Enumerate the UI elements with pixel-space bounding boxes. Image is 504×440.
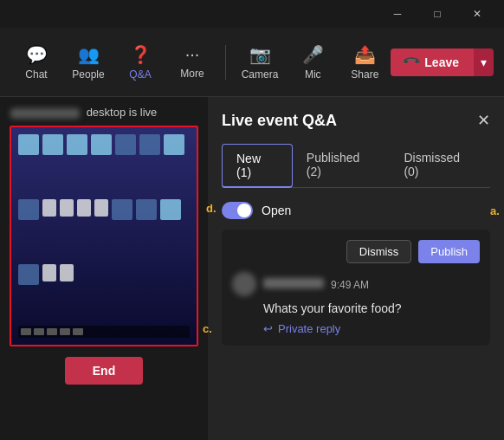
desktop-icon [42,264,56,281]
nav-chat[interactable]: 💬 Chat [10,37,62,87]
desktop-icons [18,134,190,326]
panel-header: Live event Q&A ✕ [222,111,490,130]
desktop-icon [77,199,91,217]
people-icon: 👥 [78,44,100,65]
presenter-label: desktop is live [10,106,157,119]
private-reply-button[interactable]: ↩ Private reply [232,322,480,335]
maximize-button[interactable]: □ [417,0,457,28]
title-bar: ─ □ ✕ [0,0,504,28]
left-panel: desktop is live [0,97,208,440]
desktop-icon [160,199,181,220]
desktop-icon [115,134,136,155]
tab-published[interactable]: Published (2) [293,144,391,188]
private-reply-label: Private reply [278,322,340,335]
anno-d: d. [206,202,216,215]
open-toggle[interactable] [222,202,253,219]
panel-close-button[interactable]: ✕ [477,111,490,130]
minimize-button[interactable]: ─ [378,0,417,28]
presenter-name-blurred [10,108,80,119]
question-time: 9:49 AM [331,279,369,291]
nav-bar: 💬 Chat 👥 People ❓ Q&A ··· More 📷 Camera … [0,28,504,97]
more-icon: ··· [185,44,200,64]
taskbar [18,326,190,338]
desktop-icon [18,134,39,155]
taskbar-item [60,328,70,335]
taskbar-item [47,328,57,335]
nav-more-label: More [180,68,204,80]
tab-new[interactable]: New (1) [222,144,293,188]
desktop-icon [42,199,56,217]
desktop-preview [10,126,198,346]
nav-mic-label: Mic [305,68,321,81]
close-button[interactable]: ✕ [457,0,497,28]
desktop-icon [18,264,39,285]
desktop-icon [60,199,74,217]
nav-divider [225,45,226,80]
nav-camera-label: Camera [242,68,279,81]
avatar [232,272,256,296]
meta-info: 9:49 AM [263,278,369,291]
right-panel: Live event Q&A ✕ New (1) Published (2) D… [208,97,504,440]
share-icon: 📤 [354,44,376,65]
nav-more[interactable]: ··· More [166,37,218,87]
nav-people-label: People [72,68,104,81]
dismiss-button[interactable]: Dismiss [346,240,412,263]
nav-qa[interactable]: ❓ Q&A [114,37,166,87]
main-area: desktop is live [0,97,504,440]
tab-dismissed[interactable]: Dismissed (0) [390,144,490,188]
end-button[interactable]: End [65,357,143,385]
open-label: Open [262,204,291,217]
desktop-icon [67,134,87,155]
question-text: Whats your favorite food? [232,301,480,315]
card-actions: Dismiss Publish [232,240,480,263]
nav-qa-label: Q&A [129,68,151,81]
leave-dropdown-button[interactable]: ▾ [473,49,494,76]
desktop-icon [112,199,132,220]
mic-icon: 🎤 [302,44,324,65]
camera-icon: 📷 [249,44,271,65]
nav-people[interactable]: 👥 People [62,37,114,87]
desktop-icon [91,134,112,155]
anno-c: c. [203,322,212,335]
nav-share-label: Share [351,68,378,81]
nav-chat-label: Chat [25,68,47,81]
desktop-icon [94,199,108,217]
publish-button[interactable]: Publish [418,240,480,263]
question-meta: 9:49 AM [232,272,480,296]
desktop-icon [60,264,74,281]
user-name-blurred [263,278,324,288]
chat-icon: 💬 [26,44,48,65]
taskbar-item [21,328,31,335]
panel-title: Live event Q&A [222,112,337,130]
tabs: New (1) Published (2) Dismissed (0) [222,144,490,188]
toggle-row: d. Open a. b. [222,202,490,219]
desktop-icon [136,199,157,220]
anno-a: a. [490,204,500,217]
leave-group: 📞 Leave ▾ [391,49,494,76]
nav-share[interactable]: 📤 Share [339,37,391,87]
taskbar-item [73,328,83,335]
question-card: Dismiss Publish 9:49 AM Whats your favor… [222,230,490,346]
desktop-icon [42,134,63,155]
desktop-preview-inner [11,127,197,345]
nav-mic[interactable]: 🎤 Mic [287,37,339,87]
desktop-icon [18,199,39,220]
desktop-icon [164,134,184,155]
qa-icon: ❓ [130,44,152,65]
desktop-icon [139,134,160,155]
nav-camera[interactable]: 📷 Camera [233,37,288,87]
leave-button[interactable]: 📞 Leave [391,49,473,76]
phone-icon: 📞 [402,52,422,72]
reply-arrow-icon: ↩ [263,322,273,335]
taskbar-item [34,328,44,335]
